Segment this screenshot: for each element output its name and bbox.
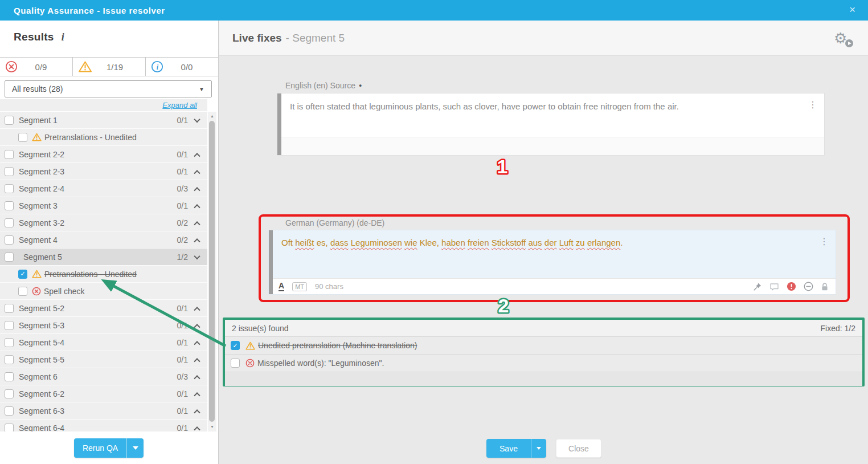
checkbox[interactable] xyxy=(5,304,14,313)
segment-toggle[interactable] xyxy=(188,409,206,413)
checkbox[interactable] xyxy=(5,321,14,330)
bullet-icon: ● xyxy=(359,83,362,88)
target-word: . xyxy=(620,238,623,247)
segment-row[interactable]: Segment 3-2 0/2 xyxy=(0,214,207,231)
issue-label: Unedited pretranslation (Machine transla… xyxy=(258,341,417,350)
segment-toggle[interactable] xyxy=(188,221,206,225)
comment-icon[interactable] xyxy=(769,282,779,291)
segment-count: 0/1 xyxy=(177,167,188,176)
checkbox[interactable] xyxy=(5,116,14,125)
segment-row[interactable]: Segment 5-4 0/1 xyxy=(0,334,207,351)
source-menu-icon[interactable]: ⋮ xyxy=(808,99,817,110)
checkbox[interactable] xyxy=(5,201,14,210)
segment-toggle[interactable] xyxy=(188,118,206,123)
checkbox[interactable] xyxy=(5,184,14,193)
results-filter-dropdown[interactable]: All results (28) ▼ xyxy=(5,80,212,97)
checkbox[interactable] xyxy=(5,167,14,176)
segment-row[interactable]: Segment 2-4 0/3 xyxy=(0,180,207,197)
save-label[interactable]: Save xyxy=(486,439,531,458)
scroll-up-icon[interactable]: ▲ xyxy=(208,113,216,120)
checkbox[interactable] xyxy=(18,270,27,279)
target-editor[interactable]: Oft heißt es, dass Leguminosen wie Klee,… xyxy=(268,230,836,295)
formatting-icon[interactable]: A xyxy=(279,282,284,291)
segment-toggle[interactable] xyxy=(188,357,206,362)
segment-row[interactable]: Segment 4 0/2 xyxy=(0,231,207,249)
segment-toggle[interactable] xyxy=(188,375,206,379)
segment-toggle[interactable] xyxy=(188,186,206,191)
close-icon[interactable]: × xyxy=(849,0,855,21)
target-text[interactable]: Oft heißt es, dass Leguminosen wie Klee,… xyxy=(281,237,809,249)
target-word: es, xyxy=(317,238,328,247)
info-icon[interactable]: i xyxy=(62,31,64,43)
checkbox[interactable] xyxy=(18,287,27,296)
checkbox[interactable] xyxy=(231,359,240,368)
segment-toggle[interactable] xyxy=(188,238,206,242)
segment-toggle[interactable] xyxy=(188,323,206,328)
segment-label: Segment 5-5 xyxy=(19,355,64,364)
rerun-qa-label[interactable]: Rerun QA xyxy=(74,438,126,458)
checkbox[interactable] xyxy=(5,355,14,364)
filter-selected-value: All results (28) xyxy=(12,84,63,93)
segment-label: Segment 6-2 xyxy=(19,389,64,398)
pin-icon[interactable] xyxy=(753,282,762,291)
rerun-qa-dropdown[interactable] xyxy=(126,438,144,458)
segment-row[interactable]: Segment 6-2 0/1 xyxy=(0,385,207,402)
found-issue-row[interactable]: Misspelled word(s): "Leguminosen". xyxy=(225,355,862,372)
segment-row[interactable]: Segment 5-2 0/1 xyxy=(0,300,207,317)
segment-label: Segment 5-4 xyxy=(19,338,64,347)
save-dropdown[interactable] xyxy=(531,439,546,458)
checkbox[interactable] xyxy=(5,424,14,432)
segment-row[interactable]: Segment 6-4 0/1 xyxy=(0,420,207,432)
checkbox[interactable] xyxy=(5,338,14,347)
checkbox[interactable] xyxy=(5,389,14,398)
found-issue-row[interactable]: Unedited pretranslation (Machine transla… xyxy=(225,337,862,355)
lock-icon[interactable] xyxy=(821,282,829,291)
issue-row[interactable]: Pretranslations - Unedited xyxy=(0,129,207,146)
segment-row[interactable]: Segment 5-5 0/1 xyxy=(0,351,207,368)
segment-row[interactable]: Segment 3 0/1 xyxy=(0,197,207,214)
checkbox[interactable] xyxy=(5,406,14,416)
segment-toggle[interactable] xyxy=(188,306,206,311)
segment-toggle[interactable] xyxy=(188,340,206,345)
info-counter[interactable]: i 0/0 xyxy=(146,58,218,76)
issue-row[interactable]: Spell check xyxy=(0,283,207,300)
expand-all-link[interactable]: Expand all xyxy=(162,101,197,109)
segment-toggle[interactable] xyxy=(188,255,206,259)
scrollbar-thumb[interactable] xyxy=(209,121,215,422)
scroll-down-icon[interactable]: ▼ xyxy=(208,424,216,430)
close-button[interactable]: Close xyxy=(556,439,601,458)
segment-row[interactable]: Segment 2-3 0/1 xyxy=(0,163,207,180)
segment-row[interactable]: Segment 5-3 0/1 xyxy=(0,317,207,334)
checkbox[interactable] xyxy=(5,253,14,262)
target-menu-icon[interactable]: ⋮ xyxy=(820,236,829,247)
checkbox[interactable] xyxy=(5,150,14,159)
segment-row[interactable]: Segment 2-2 0/1 xyxy=(0,146,207,163)
qa-settings-icon[interactable]: ⚙ xyxy=(834,30,852,48)
issue-row[interactable]: Pretranslations - Unedited xyxy=(0,266,207,283)
checkbox[interactable] xyxy=(5,235,14,245)
minus-circle-icon[interactable] xyxy=(804,282,813,291)
rerun-qa-button[interactable]: Rerun QA xyxy=(74,438,144,458)
segment-toggle[interactable] xyxy=(188,169,206,174)
segment-row[interactable]: Segment 5 1/2 xyxy=(0,249,207,266)
chevron-icon xyxy=(194,187,200,193)
segment-row[interactable]: Segment 6-3 0/1 xyxy=(0,402,207,420)
error-exclamation-icon[interactable] xyxy=(787,282,796,291)
checkbox[interactable] xyxy=(231,341,240,350)
segment-toggle[interactable] xyxy=(188,203,206,208)
segment-toggle[interactable] xyxy=(188,392,206,396)
segment-toggle[interactable] xyxy=(188,152,206,157)
issue-type-icon xyxy=(32,287,41,296)
warning-counter[interactable]: 1/19 xyxy=(73,58,146,76)
misspelled-word: heißt xyxy=(295,238,314,247)
checkbox[interactable] xyxy=(5,372,14,381)
segment-list-scrollbar[interactable]: ▲ ▼ xyxy=(208,112,216,432)
issues-panel-header: 2 issue(s) found Fixed: 1/2 xyxy=(225,320,862,337)
segment-row[interactable]: Segment 6 0/3 xyxy=(0,368,207,385)
checkbox[interactable] xyxy=(5,218,14,227)
segment-toggle[interactable] xyxy=(188,426,206,430)
checkbox[interactable] xyxy=(18,133,27,142)
error-counter[interactable]: 0/9 xyxy=(0,58,73,76)
save-button[interactable]: Save xyxy=(486,439,546,458)
segment-row[interactable]: Segment 1 0/1 xyxy=(0,112,207,129)
